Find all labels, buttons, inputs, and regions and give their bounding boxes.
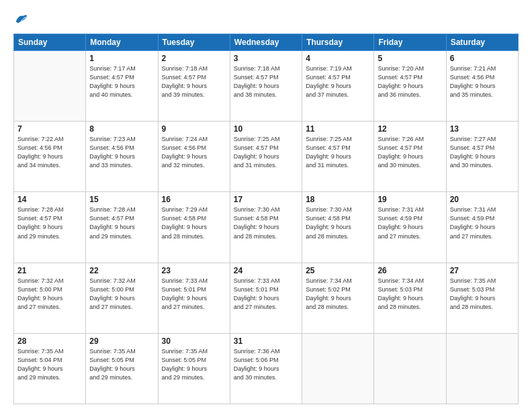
- day-info: Sunrise: 7:35 AMSunset: 5:04 PMDaylight:…: [17, 347, 82, 382]
- day-number: 9: [162, 124, 226, 134]
- logo-icon: [13, 12, 28, 27]
- day-info: Sunrise: 7:33 AMSunset: 5:01 PMDaylight:…: [234, 277, 298, 312]
- calendar-cell: 30Sunrise: 7:35 AMSunset: 5:05 PMDayligh…: [158, 333, 230, 404]
- weekday-header-sunday: Sunday: [14, 34, 86, 51]
- calendar-cell: 28Sunrise: 7:35 AMSunset: 5:04 PMDayligh…: [14, 333, 86, 404]
- day-number: 5: [378, 54, 442, 63]
- day-info: Sunrise: 7:24 AMSunset: 4:56 PMDaylight:…: [162, 135, 226, 170]
- calendar-cell: 18Sunrise: 7:30 AMSunset: 4:58 PMDayligh…: [302, 192, 374, 263]
- calendar-cell: 9Sunrise: 7:24 AMSunset: 4:56 PMDaylight…: [158, 122, 230, 192]
- day-info: Sunrise: 7:32 AMSunset: 5:00 PMDaylight:…: [89, 277, 154, 312]
- week-row-4: 21Sunrise: 7:32 AMSunset: 5:00 PMDayligh…: [14, 263, 519, 333]
- calendar-cell: 4Sunrise: 7:19 AMSunset: 4:57 PMDaylight…: [302, 51, 374, 122]
- calendar-cell: 3Sunrise: 7:18 AMSunset: 4:57 PMDaylight…: [230, 51, 302, 122]
- day-info: Sunrise: 7:25 AMSunset: 4:57 PMDaylight:…: [306, 135, 370, 170]
- calendar-cell: 15Sunrise: 7:28 AMSunset: 4:57 PMDayligh…: [86, 192, 158, 263]
- day-number: 18: [306, 195, 370, 204]
- calendar-cell: 24Sunrise: 7:33 AMSunset: 5:01 PMDayligh…: [230, 263, 302, 333]
- day-number: 17: [234, 195, 298, 204]
- day-info: Sunrise: 7:27 AMSunset: 4:57 PMDaylight:…: [450, 135, 515, 170]
- day-number: 11: [306, 124, 370, 134]
- calendar-cell: 10Sunrise: 7:25 AMSunset: 4:57 PMDayligh…: [230, 122, 302, 192]
- day-info: Sunrise: 7:28 AMSunset: 4:57 PMDaylight:…: [89, 205, 154, 240]
- day-info: Sunrise: 7:32 AMSunset: 5:00 PMDaylight:…: [17, 277, 82, 312]
- day-info: Sunrise: 7:34 AMSunset: 5:02 PMDaylight:…: [306, 277, 370, 312]
- calendar-cell: 8Sunrise: 7:23 AMSunset: 4:56 PMDaylight…: [86, 122, 158, 192]
- calendar-cell: [374, 333, 446, 404]
- day-info: Sunrise: 7:18 AMSunset: 4:57 PMDaylight:…: [234, 64, 298, 99]
- day-number: 30: [162, 336, 226, 346]
- page: SundayMondayTuesdayWednesdayThursdayFrid…: [0, 0, 532, 411]
- day-info: Sunrise: 7:35 AMSunset: 5:05 PMDaylight:…: [162, 347, 226, 382]
- day-info: Sunrise: 7:28 AMSunset: 4:57 PMDaylight:…: [17, 205, 82, 240]
- week-row-1: 1Sunrise: 7:17 AMSunset: 4:57 PMDaylight…: [14, 51, 519, 122]
- day-info: Sunrise: 7:31 AMSunset: 4:59 PMDaylight:…: [450, 205, 515, 240]
- week-row-5: 28Sunrise: 7:35 AMSunset: 5:04 PMDayligh…: [14, 333, 519, 404]
- day-info: Sunrise: 7:31 AMSunset: 4:59 PMDaylight:…: [378, 205, 442, 240]
- weekday-header-monday: Monday: [86, 34, 158, 51]
- calendar-cell: 13Sunrise: 7:27 AMSunset: 4:57 PMDayligh…: [446, 122, 518, 192]
- day-number: 31: [234, 336, 298, 346]
- day-number: 7: [17, 124, 82, 134]
- calendar-table: SundayMondayTuesdayWednesdayThursdayFrid…: [13, 34, 519, 404]
- weekday-header-thursday: Thursday: [302, 34, 374, 51]
- day-number: 13: [450, 124, 515, 134]
- day-info: Sunrise: 7:29 AMSunset: 4:58 PMDaylight:…: [162, 205, 226, 240]
- day-number: 26: [378, 266, 442, 275]
- weekday-header-friday: Friday: [374, 34, 446, 51]
- day-number: 3: [234, 54, 298, 63]
- day-number: 2: [162, 54, 226, 63]
- weekday-header-row: SundayMondayTuesdayWednesdayThursdayFrid…: [14, 34, 519, 51]
- day-info: Sunrise: 7:23 AMSunset: 4:56 PMDaylight:…: [89, 135, 154, 170]
- calendar-cell: 11Sunrise: 7:25 AMSunset: 4:57 PMDayligh…: [302, 122, 374, 192]
- calendar-cell: 5Sunrise: 7:20 AMSunset: 4:57 PMDaylight…: [374, 51, 446, 122]
- day-number: 22: [89, 266, 154, 275]
- day-info: Sunrise: 7:30 AMSunset: 4:58 PMDaylight:…: [234, 205, 298, 240]
- day-info: Sunrise: 7:19 AMSunset: 4:57 PMDaylight:…: [306, 64, 370, 99]
- day-info: Sunrise: 7:21 AMSunset: 4:56 PMDaylight:…: [450, 64, 515, 99]
- calendar-cell: 22Sunrise: 7:32 AMSunset: 5:00 PMDayligh…: [86, 263, 158, 333]
- header: [13, 12, 519, 27]
- calendar-cell: 20Sunrise: 7:31 AMSunset: 4:59 PMDayligh…: [446, 192, 518, 263]
- calendar-cell: 7Sunrise: 7:22 AMSunset: 4:56 PMDaylight…: [14, 122, 86, 192]
- day-info: Sunrise: 7:36 AMSunset: 5:06 PMDaylight:…: [234, 347, 298, 382]
- calendar-cell: 29Sunrise: 7:35 AMSunset: 5:05 PMDayligh…: [86, 333, 158, 404]
- day-number: 16: [162, 195, 226, 204]
- calendar-cell: 6Sunrise: 7:21 AMSunset: 4:56 PMDaylight…: [446, 51, 518, 122]
- calendar-cell: 16Sunrise: 7:29 AMSunset: 4:58 PMDayligh…: [158, 192, 230, 263]
- calendar-cell: 12Sunrise: 7:26 AMSunset: 4:57 PMDayligh…: [374, 122, 446, 192]
- day-info: Sunrise: 7:30 AMSunset: 4:58 PMDaylight:…: [306, 205, 370, 240]
- logo: [13, 12, 31, 27]
- weekday-header-tuesday: Tuesday: [158, 34, 230, 51]
- day-info: Sunrise: 7:25 AMSunset: 4:57 PMDaylight:…: [234, 135, 298, 170]
- calendar-cell: [302, 333, 374, 404]
- day-number: 6: [450, 54, 515, 63]
- day-number: 24: [234, 266, 298, 275]
- calendar-cell: 17Sunrise: 7:30 AMSunset: 4:58 PMDayligh…: [230, 192, 302, 263]
- day-info: Sunrise: 7:22 AMSunset: 4:56 PMDaylight:…: [17, 135, 82, 170]
- day-info: Sunrise: 7:34 AMSunset: 5:03 PMDaylight:…: [378, 277, 442, 312]
- day-info: Sunrise: 7:35 AMSunset: 5:03 PMDaylight:…: [450, 277, 515, 312]
- calendar-cell: 1Sunrise: 7:17 AMSunset: 4:57 PMDaylight…: [86, 51, 158, 122]
- day-number: 19: [378, 195, 442, 204]
- day-info: Sunrise: 7:17 AMSunset: 4:57 PMDaylight:…: [89, 64, 154, 99]
- day-number: 1: [89, 54, 154, 63]
- calendar-cell: 23Sunrise: 7:33 AMSunset: 5:01 PMDayligh…: [158, 263, 230, 333]
- day-number: 14: [17, 195, 82, 204]
- calendar-cell: [446, 333, 518, 404]
- day-number: 4: [306, 54, 370, 63]
- day-number: 29: [89, 336, 154, 346]
- day-number: 10: [234, 124, 298, 134]
- day-info: Sunrise: 7:33 AMSunset: 5:01 PMDaylight:…: [162, 277, 226, 312]
- week-row-2: 7Sunrise: 7:22 AMSunset: 4:56 PMDaylight…: [14, 122, 519, 192]
- calendar-cell: 25Sunrise: 7:34 AMSunset: 5:02 PMDayligh…: [302, 263, 374, 333]
- day-number: 28: [17, 336, 82, 346]
- day-number: 8: [89, 124, 154, 134]
- day-info: Sunrise: 7:26 AMSunset: 4:57 PMDaylight:…: [378, 135, 442, 170]
- calendar-cell: 21Sunrise: 7:32 AMSunset: 5:00 PMDayligh…: [14, 263, 86, 333]
- day-info: Sunrise: 7:18 AMSunset: 4:57 PMDaylight:…: [162, 64, 226, 99]
- day-number: 20: [450, 195, 515, 204]
- calendar-cell: 2Sunrise: 7:18 AMSunset: 4:57 PMDaylight…: [158, 51, 230, 122]
- calendar-cell: 26Sunrise: 7:34 AMSunset: 5:03 PMDayligh…: [374, 263, 446, 333]
- day-info: Sunrise: 7:35 AMSunset: 5:05 PMDaylight:…: [89, 347, 154, 382]
